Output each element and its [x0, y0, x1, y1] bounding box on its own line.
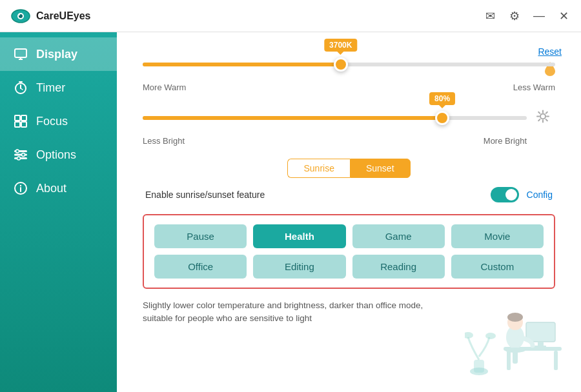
sidebar-label-options: Options — [36, 148, 76, 162]
main-layout: Display Timer Fo — [0, 32, 581, 392]
svg-rect-35 — [554, 351, 558, 370]
sunset-button[interactable]: Sunset — [350, 159, 411, 178]
brightness-thumb[interactable]: 80% — [435, 111, 449, 125]
eye-logo-icon — [10, 6, 31, 26]
brightness-icon — [536, 110, 550, 127]
svg-line-9 — [21, 88, 23, 90]
svg-point-19 — [22, 153, 25, 157]
brightness-track: 80% — [143, 116, 527, 120]
minimize-icon[interactable]: — — [532, 9, 546, 23]
svg-point-46 — [465, 332, 473, 338]
mode-game[interactable]: Game — [352, 224, 445, 248]
svg-rect-12 — [21, 115, 26, 121]
sunrise-button[interactable]: Sunrise — [287, 159, 349, 178]
svg-point-23 — [20, 185, 21, 186]
mode-custom[interactable]: Custom — [451, 255, 544, 279]
enable-right: Config — [491, 187, 553, 202]
temperature-fill — [143, 63, 341, 66]
timer-icon — [13, 80, 28, 95]
close-icon[interactable]: ✕ — [556, 9, 571, 23]
about-icon — [13, 181, 28, 196]
brightness-labels: Less Bright More Bright — [143, 136, 527, 146]
svg-line-30 — [546, 119, 547, 121]
brightness-fill — [143, 116, 442, 120]
brightness-tooltip: 80% — [429, 92, 455, 105]
sidebar-item-about[interactable]: About — [0, 172, 117, 205]
svg-rect-36 — [526, 322, 555, 342]
temperature-tooltip: 3700K — [324, 39, 357, 52]
window-controls: ✉ ⚙ — ✕ — [483, 9, 571, 23]
options-icon — [13, 147, 28, 162]
temperature-labels: More Warm Less Warm — [143, 83, 555, 92]
mode-pause[interactable]: Pause — [154, 224, 247, 248]
enable-label: Enable sunrise/sunset feature — [145, 190, 265, 200]
svg-point-47 — [485, 333, 496, 339]
temperature-label-left: More Warm — [143, 83, 186, 92]
temperature-thumb[interactable]: 3700K — [334, 57, 348, 72]
mode-editing[interactable]: Editing — [253, 255, 345, 279]
sunrise-toggle: Sunrise Sunset — [143, 159, 555, 178]
sidebar-item-timer[interactable]: Timer — [0, 71, 117, 104]
enable-toggle[interactable] — [491, 187, 519, 202]
enable-row: Enable sunrise/sunset feature Config — [143, 187, 555, 202]
svg-rect-11 — [15, 115, 20, 121]
sidebar-label-display: Display — [36, 48, 77, 61]
sidebar-label-timer: Timer — [36, 81, 65, 95]
sidebar-item-options[interactable]: Options — [0, 138, 117, 172]
app-logo: CareUEyes — [10, 6, 483, 26]
svg-rect-34 — [507, 351, 511, 370]
title-bar: CareUEyes ✉ ⚙ — ✕ — [0, 0, 581, 32]
temperature-section: 3700K More Warm Less Warm — [143, 52, 555, 92]
content-area: Reset 3700K More Warm Less Warm — [117, 32, 581, 392]
display-icon — [13, 46, 28, 62]
svg-line-32 — [538, 119, 540, 121]
svg-point-18 — [16, 150, 19, 153]
svg-rect-13 — [15, 122, 20, 127]
svg-rect-43 — [513, 351, 518, 364]
sidebar-label-focus: Focus — [36, 115, 68, 128]
config-link[interactable]: Config — [527, 190, 553, 200]
sidebar-item-focus[interactable]: Focus — [0, 104, 117, 138]
sidebar-item-display[interactable]: Display — [0, 37, 117, 71]
mode-description: Slightly lower color temperature and bri… — [143, 299, 453, 326]
svg-point-24 — [540, 114, 545, 119]
svg-rect-38 — [535, 346, 546, 348]
svg-rect-45 — [474, 360, 484, 373]
brightness-section: 80% — [143, 105, 555, 146]
svg-line-29 — [538, 112, 540, 113]
svg-rect-37 — [538, 342, 544, 346]
mode-health[interactable]: Health — [253, 224, 345, 248]
svg-point-41 — [507, 313, 523, 322]
svg-point-20 — [17, 157, 21, 160]
mode-reading[interactable]: Reading — [352, 255, 445, 279]
modes-grid: Pause Health Game Movie Office Editing R… — [154, 224, 544, 279]
sidebar: Display Timer Fo — [0, 32, 117, 392]
brightness-slider-wrapper: 80% — [143, 105, 527, 131]
svg-line-31 — [546, 112, 547, 113]
app-name: CareUEyes — [36, 10, 91, 22]
temperature-slider-wrapper: 3700K — [143, 52, 555, 77]
temperature-track: 3700K — [143, 63, 555, 66]
toggle-thumb — [505, 189, 517, 201]
svg-rect-4 — [15, 49, 26, 57]
temperature-label-right: Less Warm — [513, 83, 555, 92]
mode-office[interactable]: Office — [154, 255, 247, 279]
brightness-label-left: Less Bright — [143, 136, 185, 146]
mode-movie[interactable]: Movie — [451, 224, 544, 248]
sidebar-label-about: About — [36, 182, 66, 195]
mail-icon[interactable]: ✉ — [483, 9, 497, 23]
focus-icon — [13, 113, 28, 129]
illustration — [465, 276, 568, 379]
brightness-label-right: More Bright — [484, 136, 527, 146]
svg-rect-14 — [21, 122, 26, 127]
svg-point-3 — [19, 14, 20, 15]
sunrise-section: Sunrise Sunset Enable sunrise/sunset fea… — [143, 159, 555, 202]
settings-icon[interactable]: ⚙ — [507, 9, 522, 23]
